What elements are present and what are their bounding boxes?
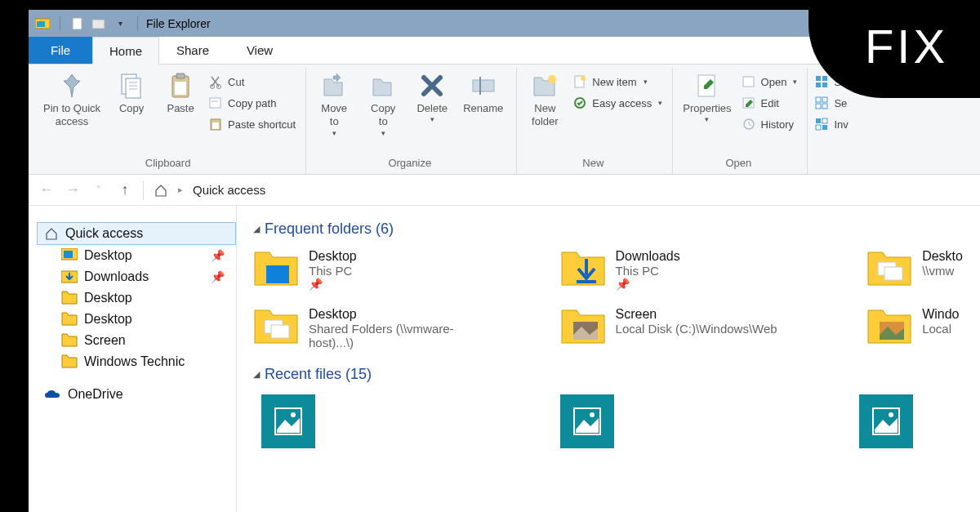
svg-rect-25 bbox=[743, 77, 754, 87]
folder-photo-icon bbox=[560, 307, 606, 346]
pin-icon: 📌 bbox=[309, 278, 357, 291]
properties-icon bbox=[693, 71, 722, 100]
download-folder-icon bbox=[61, 269, 78, 284]
pin-icon: 📌 bbox=[211, 270, 225, 283]
select-none-button[interactable]: Se bbox=[811, 92, 851, 114]
sidebar-item-windows-technic[interactable]: Windows Technic bbox=[55, 351, 236, 372]
easy-access-icon bbox=[572, 96, 587, 110]
folder-thumbs-icon bbox=[866, 249, 912, 288]
svg-rect-35 bbox=[822, 104, 827, 109]
nav-back-button[interactable]: ← bbox=[38, 181, 55, 198]
svg-point-22 bbox=[581, 76, 586, 81]
new-folder-button[interactable]: New folder bbox=[520, 68, 569, 132]
pin-icon bbox=[57, 71, 87, 100]
folder-item-desktop-shared[interactable]: Desktop Shared Folders (\\vmware-host)..… bbox=[253, 307, 495, 349]
qab-newfolder-icon[interactable] bbox=[90, 15, 108, 33]
home-icon[interactable] bbox=[154, 183, 168, 198]
folder-icon bbox=[61, 312, 78, 327]
invert-selection-button[interactable]: Inv bbox=[811, 114, 851, 135]
edit-button[interactable]: Edit bbox=[738, 92, 801, 114]
svg-rect-45 bbox=[884, 267, 902, 280]
select-all-icon bbox=[814, 74, 829, 89]
sidebar-item-desktop3[interactable]: Desktop bbox=[55, 309, 236, 330]
copy-path-button[interactable]: Copy path bbox=[205, 92, 299, 114]
quick-access-toolbar: ▾ bbox=[69, 15, 129, 33]
breadcrumb-quick-access[interactable]: Quick access bbox=[193, 183, 265, 197]
svg-rect-28 bbox=[816, 76, 821, 81]
svg-rect-41 bbox=[64, 251, 73, 258]
folder-item-desktop[interactable]: Desktop This PC 📌 bbox=[253, 249, 495, 291]
folder-item-screen[interactable]: Screen Local Disk (C:)\Windows\Web bbox=[560, 307, 802, 349]
ribbon-group-new: New folder New item ▾ Easy access ▾ New bbox=[517, 68, 673, 174]
onedrive-icon bbox=[43, 388, 61, 401]
properties-button[interactable]: Properties ▾ bbox=[676, 68, 737, 127]
collapse-icon: ◢ bbox=[253, 369, 260, 380]
frequent-folders-header[interactable]: ◢ Frequent folders (6) bbox=[253, 220, 980, 238]
nav-recent-dropdown[interactable]: ˅ bbox=[91, 185, 107, 195]
svg-rect-34 bbox=[816, 104, 821, 109]
sidebar-item-downloads[interactable]: Downloads 📌 bbox=[55, 266, 236, 287]
svg-rect-30 bbox=[816, 82, 821, 87]
paste-shortcut-button[interactable]: Paste shortcut bbox=[205, 114, 299, 135]
delete-icon bbox=[417, 71, 447, 100]
svg-rect-17 bbox=[212, 122, 219, 129]
svg-point-52 bbox=[291, 412, 296, 417]
nav-forward-button[interactable]: → bbox=[65, 181, 81, 198]
copy-path-icon bbox=[208, 96, 223, 110]
file-menu[interactable]: File bbox=[29, 37, 92, 64]
recent-file-image[interactable] bbox=[261, 394, 315, 448]
nav-up-button[interactable]: ↑ bbox=[117, 181, 133, 198]
invert-selection-icon bbox=[814, 117, 829, 131]
recent-file-image[interactable] bbox=[859, 394, 913, 448]
pin-to-quick-access-button[interactable]: Pin to Quick access bbox=[37, 68, 107, 132]
folder-download-icon bbox=[560, 249, 606, 288]
image-icon bbox=[569, 403, 605, 439]
new-item-button[interactable]: New item ▾ bbox=[569, 71, 666, 92]
address-bar: ← → ˅ ↑ ▸ Quick access bbox=[29, 175, 980, 206]
copy-button[interactable]: Copy bbox=[107, 68, 156, 118]
folder-icon bbox=[61, 333, 78, 348]
folder-item-desktop-vmw[interactable]: Deskto \\vmw bbox=[866, 249, 980, 291]
tab-view[interactable]: View bbox=[226, 37, 293, 64]
sidebar-item-desktop2[interactable]: Desktop bbox=[55, 287, 236, 309]
open-button[interactable]: Open ▾ bbox=[738, 71, 801, 92]
edit-icon bbox=[742, 96, 756, 110]
svg-rect-3 bbox=[92, 20, 105, 29]
cut-icon bbox=[208, 74, 223, 89]
rename-icon bbox=[469, 71, 498, 100]
tab-home[interactable]: Home bbox=[92, 37, 159, 65]
monitor-icon bbox=[61, 248, 78, 263]
qab-properties-icon[interactable] bbox=[69, 15, 87, 33]
sidebar-onedrive[interactable]: OneDrive bbox=[37, 384, 236, 405]
move-to-icon bbox=[319, 71, 349, 100]
paste-button[interactable]: Paste bbox=[156, 68, 205, 118]
sidebar-quick-access[interactable]: Quick access bbox=[37, 222, 236, 245]
sidebar: Quick access Desktop 📌 Downloads 📌 Deskt… bbox=[29, 206, 237, 512]
svg-rect-14 bbox=[210, 98, 220, 108]
image-icon bbox=[270, 403, 306, 439]
new-folder-icon bbox=[530, 71, 559, 100]
new-item-icon bbox=[572, 74, 587, 89]
folder-thumbs-icon bbox=[253, 307, 299, 346]
body: Quick access Desktop 📌 Downloads 📌 Deskt… bbox=[29, 206, 980, 512]
easy-access-button[interactable]: Easy access ▾ bbox=[569, 92, 666, 114]
folder-item-windows[interactable]: Windo Local bbox=[866, 307, 980, 349]
delete-button[interactable]: Delete ▾ bbox=[408, 68, 457, 127]
tab-share[interactable]: Share bbox=[159, 37, 226, 64]
history-icon bbox=[742, 117, 756, 131]
recent-files-header[interactable]: ◢ Recent files (15) bbox=[253, 366, 980, 383]
folder-item-downloads[interactable]: Downloads This PC 📌 bbox=[560, 249, 802, 291]
svg-rect-10 bbox=[176, 73, 185, 78]
content-pane: ◢ Frequent folders (6) Desktop This PC 📌… bbox=[237, 206, 980, 512]
sidebar-item-screen[interactable]: Screen bbox=[55, 330, 236, 351]
qab-dropdown-icon[interactable]: ▾ bbox=[111, 15, 129, 33]
svg-point-58 bbox=[889, 412, 893, 417]
sidebar-item-desktop[interactable]: Desktop 📌 bbox=[55, 245, 236, 266]
svg-rect-18 bbox=[473, 80, 494, 91]
recent-file-image[interactable] bbox=[560, 394, 614, 448]
rename-button[interactable]: Rename bbox=[457, 68, 510, 118]
history-button[interactable]: History bbox=[738, 114, 801, 135]
move-to-button[interactable]: Move to ▾ bbox=[310, 68, 359, 140]
copy-to-button[interactable]: Copy to ▾ bbox=[359, 68, 408, 140]
cut-button[interactable]: Cut bbox=[205, 71, 299, 92]
